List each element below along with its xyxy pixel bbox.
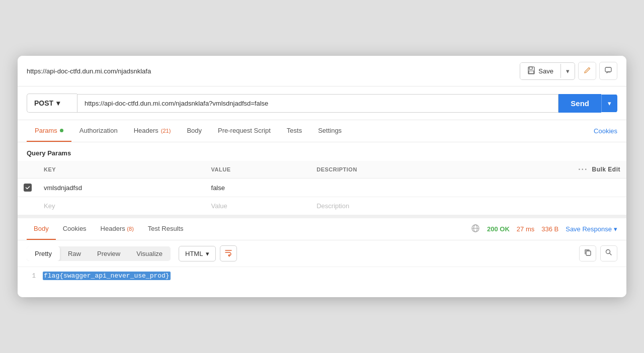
empty-checkbox-cell — [18, 197, 38, 215]
title-bar: https://api-doc-ctfd.dun.mi.com/njadsnkl… — [18, 56, 626, 86]
svg-rect-3 — [605, 67, 611, 72]
wrap-icon — [224, 248, 233, 259]
send-chevron-button[interactable]: ▾ — [601, 95, 617, 112]
method-chevron-icon: ▾ — [56, 99, 60, 107]
save-response-button[interactable]: Save Response ▾ — [566, 225, 617, 233]
cookies-link[interactable]: Cookies — [594, 121, 617, 141]
edit-button[interactable] — [578, 62, 596, 80]
search-button[interactable] — [600, 245, 617, 261]
format-tab-raw[interactable]: Raw — [60, 246, 89, 261]
tab-headers[interactable]: Headers (21) — [126, 120, 179, 142]
th-key: KEY — [38, 161, 205, 179]
response-tab-cookies[interactable]: Cookies — [56, 218, 94, 240]
code-line-1: 1 flag{swagger_api_never_use_prod} — [18, 272, 626, 280]
key-placeholder: Key — [44, 202, 55, 210]
request-tabs: Params Authorization Headers (21) Body P… — [18, 120, 626, 142]
tab-body[interactable]: Body — [179, 120, 210, 142]
response-tab-headers[interactable]: Headers (8) — [94, 218, 141, 240]
response-section: Body Cookies Headers (8) Test Results — [18, 215, 626, 297]
code-area: 1 flag{swagger_api_never_use_prod} — [18, 267, 626, 297]
empty-value-cell[interactable]: Value — [205, 197, 311, 215]
row-description[interactable] — [310, 179, 626, 197]
response-tab-body[interactable]: Body — [27, 218, 56, 240]
format-tab-pretty[interactable]: Pretty — [27, 246, 60, 261]
empty-description-cell[interactable]: Description — [310, 197, 626, 215]
empty-key-cell[interactable]: Key — [38, 197, 205, 215]
format-tab-preview-label: Preview — [97, 250, 120, 257]
format-tab-pretty-label: Pretty — [35, 250, 52, 257]
tab-authorization[interactable]: Authorization — [71, 120, 126, 142]
svg-point-7 — [606, 250, 610, 254]
save-response-label: Save Response — [566, 225, 612, 233]
send-button[interactable]: Send — [558, 94, 601, 113]
response-time: 27 ms — [517, 225, 534, 233]
code-content[interactable]: flag{swagger_api_never_use_prod} — [43, 272, 171, 280]
title-bar-url: https://api-doc-ctfd.dun.mi.com/njadsnkl… — [27, 67, 151, 75]
save-button[interactable]: Save — [520, 63, 560, 79]
tab-settings-label: Settings — [318, 127, 342, 134]
word-wrap-button[interactable] — [220, 245, 237, 261]
th-description-label: DESCRIPTION — [316, 166, 357, 172]
th-value: VALUE — [205, 161, 311, 179]
method-select[interactable]: POST ▾ — [27, 94, 77, 113]
bulk-edit-button[interactable]: Bulk Edit — [592, 166, 620, 173]
url-input[interactable] — [77, 94, 558, 113]
value-placeholder: Value — [211, 202, 227, 210]
request-bar: POST ▾ Send ▾ — [18, 86, 626, 120]
response-tab-headers-label: Headers — [101, 225, 127, 232]
row-checkbox-cell[interactable] — [18, 179, 38, 197]
save-response-chevron-icon: ▾ — [614, 225, 617, 233]
description-placeholder: Description — [316, 202, 349, 210]
more-options-icon[interactable]: ··· — [578, 165, 588, 174]
format-tab-preview[interactable]: Preview — [89, 246, 128, 261]
copy-icon — [584, 248, 592, 258]
tab-prerequest-label: Pre-request Script — [218, 127, 271, 134]
params-table: KEY VALUE DESCRIPTION ··· Bulk Edit — [18, 161, 626, 215]
format-tab-group: Pretty Raw Preview Visualize — [27, 246, 171, 261]
save-chevron-button[interactable]: ▾ — [561, 64, 575, 78]
method-label: POST — [34, 99, 53, 107]
globe-icon — [471, 224, 480, 234]
app-window: https://api-doc-ctfd.dun.mi.com/njadsnkl… — [18, 56, 626, 297]
tab-params[interactable]: Params — [27, 120, 71, 142]
line-number-1: 1 — [18, 272, 43, 280]
tab-tests-label: Tests — [287, 127, 302, 134]
format-bar: Pretty Raw Preview Visualize HTML ▾ — [18, 240, 626, 267]
chevron-down-icon: ▾ — [566, 67, 570, 75]
response-headers-badge: (8) — [127, 226, 133, 232]
format-chevron-icon: ▾ — [206, 250, 209, 257]
format-type-select[interactable]: HTML ▾ — [179, 246, 216, 261]
tab-settings[interactable]: Settings — [310, 120, 350, 142]
row-checkbox[interactable] — [24, 184, 32, 192]
th-description: DESCRIPTION ··· Bulk Edit — [310, 161, 626, 179]
save-label: Save — [538, 67, 553, 75]
format-type-label: HTML — [185, 250, 203, 257]
save-button-group: Save ▾ — [520, 62, 575, 80]
copy-button[interactable] — [579, 245, 596, 261]
response-tabs: Body Cookies Headers (8) Test Results — [18, 218, 626, 240]
query-params-title: Query Params — [18, 142, 626, 161]
tab-tests[interactable]: Tests — [279, 120, 310, 142]
response-tab-test-results-label: Test Results — [148, 225, 184, 232]
response-tab-cookies-label: Cookies — [63, 225, 87, 232]
tab-headers-label: Headers — [134, 127, 158, 134]
response-size: 336 B — [541, 225, 558, 233]
row-value[interactable]: false — [205, 179, 311, 197]
svg-rect-6 — [586, 251, 591, 255]
comment-button[interactable] — [599, 62, 617, 80]
tab-headers-badge: (21) — [161, 128, 171, 134]
table-row: vmlsdnjadfsd false — [18, 179, 626, 197]
title-bar-actions: Save ▾ — [520, 62, 617, 80]
row-key[interactable]: vmlsdnjadfsd — [38, 179, 205, 197]
format-tab-visualize[interactable]: Visualize — [128, 246, 171, 261]
th-checkbox — [18, 161, 38, 179]
svg-rect-2 — [529, 71, 534, 73]
table-empty-row: Key Value Description — [18, 197, 626, 215]
tab-body-label: Body — [187, 127, 202, 134]
tab-prerequest[interactable]: Pre-request Script — [210, 120, 279, 142]
search-icon — [605, 248, 613, 258]
response-tab-test-results[interactable]: Test Results — [141, 218, 191, 240]
save-icon — [527, 66, 535, 76]
tab-params-label: Params — [35, 127, 57, 134]
response-tab-body-label: Body — [34, 225, 49, 232]
